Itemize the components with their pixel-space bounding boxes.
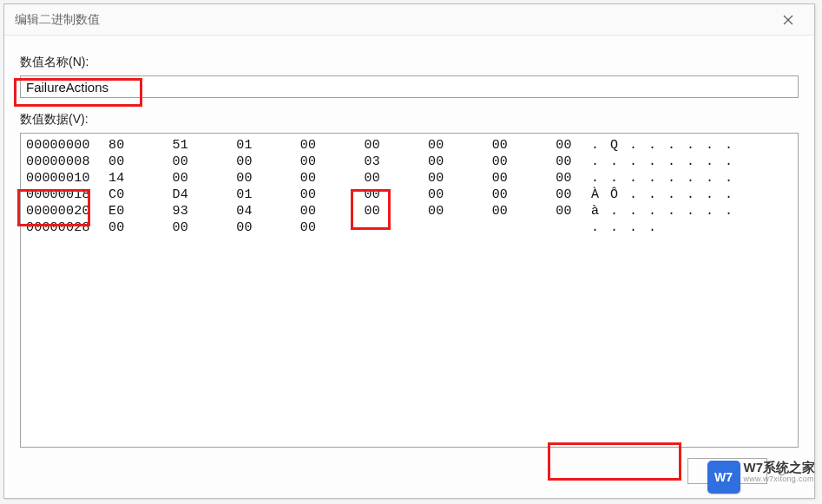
edit-binary-value-dialog: 编辑二进制数值 数值名称(N): 数值数据(V): 0000000080 51 … (3, 3, 815, 499)
value-data-label: 数值数据(V): (20, 112, 799, 128)
hex-offset: 00000028 (26, 219, 109, 236)
close-button[interactable] (773, 8, 804, 32)
hex-ascii: . Q . . . . . . (591, 137, 792, 154)
hex-bytes: 00 00 00 00 (109, 219, 591, 236)
hex-bytes: E0 93 04 00 00 00 00 00 (109, 203, 591, 219)
hex-bytes: 00 00 00 00 03 00 00 00 (109, 154, 591, 170)
cancel-hint: C (778, 465, 799, 478)
hex-row: 0000002800 00 00 00 . . . . (26, 219, 792, 236)
hex-ascii: . . . . . . . . (591, 154, 792, 170)
hex-editor[interactable]: 0000000080 51 01 00 00 00 00 00 . Q . . … (20, 133, 799, 448)
dialog-button-row: 确定 C (20, 448, 799, 489)
hex-bytes: C0 D4 01 00 00 00 00 00 (109, 187, 591, 203)
hex-offset: 00000000 (26, 137, 109, 154)
hex-ascii: . . . . . . . . (591, 170, 792, 187)
dialog-title: 编辑二进制数值 (15, 12, 100, 28)
hex-ascii: À Ô . . . . . . (591, 187, 792, 203)
hex-offset: 00000020 (26, 203, 109, 219)
hex-row: 00000020E0 93 04 00 00 00 00 00 à . . . … (26, 203, 792, 219)
hex-bytes: 80 51 01 00 00 00 00 00 (109, 137, 591, 154)
hex-row: 0000001014 00 00 00 00 00 00 00 . . . . … (26, 170, 792, 187)
hex-ascii: à . . . . . . . (591, 203, 792, 219)
hex-row: 00000018C0 D4 01 00 00 00 00 00 À Ô . . … (26, 187, 792, 203)
dialog-content: 数值名称(N): 数值数据(V): 0000000080 51 01 00 00… (4, 36, 814, 498)
hex-ascii: . . . . (591, 219, 792, 236)
value-name-label: 数值名称(N): (20, 55, 799, 70)
hex-offset: 00000018 (26, 187, 109, 203)
hex-bytes: 14 00 00 00 00 00 00 00 (109, 170, 591, 187)
hex-row: 0000000080 51 01 00 00 00 00 00 . Q . . … (26, 137, 792, 154)
hex-offset: 00000010 (26, 170, 109, 187)
titlebar: 编辑二进制数值 (4, 4, 814, 36)
close-icon (783, 15, 793, 25)
value-name-input[interactable] (20, 75, 799, 98)
hex-row: 0000000800 00 00 00 03 00 00 00 . . . . … (26, 154, 792, 170)
hex-offset: 00000008 (26, 154, 109, 170)
ok-button[interactable]: 确定 (687, 458, 767, 484)
